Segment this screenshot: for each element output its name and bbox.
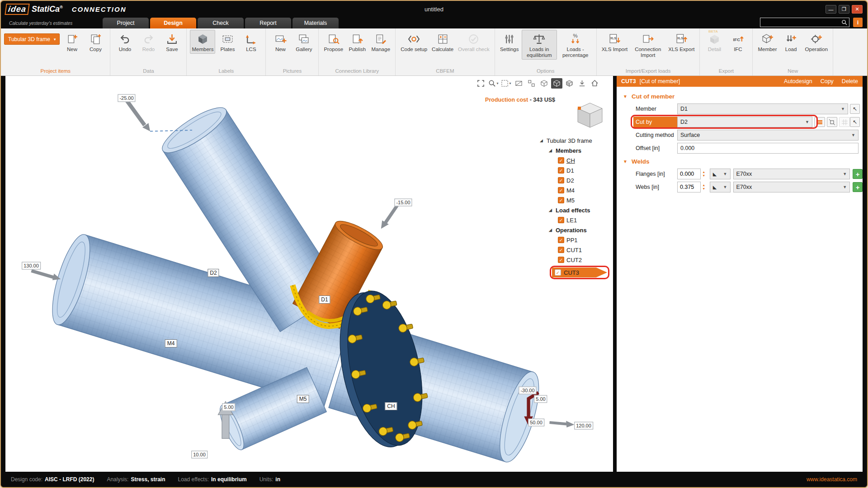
tab-check[interactable]: Check [198,18,244,28]
tree-group-operations[interactable]: ◢Operations [540,225,610,235]
checkbox-icon[interactable]: ✓ [558,167,564,174]
close-button[interactable]: ✕ [852,5,863,14]
ribbon-button-undo[interactable]: Undo [113,30,136,54]
copy-operation-button[interactable]: Copy [821,78,834,84]
cutting-method-select[interactable]: Surface▼ [677,130,859,141]
tree-item-cut1[interactable]: ✓CUT1 [540,245,610,255]
website-link[interactable]: www.ideastatica.com [807,476,857,483]
checkbox-icon[interactable]: ✓ [558,187,564,193]
tree-item-d2[interactable]: ✓D2 [540,175,610,185]
flanges-stepper[interactable]: ▲▼ [701,169,707,179]
ribbon-button-propose[interactable]: Propose [322,30,345,54]
ribbon-button-settings[interactable]: Settings [498,30,521,54]
expander-icon[interactable]: ◢ [549,148,553,153]
stepper-down-icon[interactable]: ▼ [701,174,707,178]
offset-input[interactable]: 0.000 [677,143,859,154]
supports-view-icon[interactable] [576,78,588,89]
ribbon-button-manage[interactable]: Manage [369,30,392,54]
tree-item-le1[interactable]: ✓LE1 [540,215,610,225]
tree-item-pp1[interactable]: ✓PP1 [540,235,610,245]
weld-edges-button[interactable] [814,117,825,127]
minimize-button[interactable]: — [826,5,836,14]
section-cut-of-member[interactable]: ▼ Cut of member [617,90,863,103]
fit-view-icon[interactable] [475,78,486,89]
cut-by-select[interactable]: D2▼ [677,117,812,127]
ribbon-button-overall-check[interactable]: Overall check [456,30,491,54]
ribbon-button-save[interactable]: Save [160,30,183,54]
web-weld-type-select[interactable]: ◣▼ [710,182,731,192]
solid-view-icon[interactable] [551,78,562,89]
tree-item-cut2[interactable]: ✓CUT2 [540,255,610,265]
tree-root[interactable]: ◢Tubular 3D frame [540,136,610,145]
expander-icon[interactable]: ◢ [549,208,553,212]
tab-project[interactable]: Project [103,18,149,28]
ribbon-button-new-member[interactable]: Member [756,30,778,54]
tree-item-ch[interactable]: ✓CH [540,155,610,165]
ribbon-button-lcs-labels[interactable]: LCS [240,30,262,54]
web-weld-material-select[interactable]: E70xx▼ [733,182,850,192]
ribbon-button-new-operation[interactable]: Operation [803,30,830,54]
ribbon-button-xls-import[interactable]: XLS XLS Import [600,30,630,54]
maximize-button[interactable]: ❐ [839,5,849,14]
webs-size-input[interactable]: 0.375 [677,182,701,192]
ribbon-button-publish[interactable]: Publish [346,30,368,54]
tree-item-m5[interactable]: ✓M5 [540,195,610,205]
ribbon-button-calculate[interactable]: Calculate [430,30,455,54]
home-view-icon[interactable] [589,78,600,89]
ribbon-button-new-load[interactable]: Load [780,30,802,54]
pick-cut-by-button[interactable]: ↖ [850,117,860,127]
ribbon-button-detail[interactable]: BETA Detail [703,30,726,54]
section-welds[interactable]: ▼ Welds [617,155,863,168]
checkbox-icon[interactable]: ✓ [555,269,561,276]
add-flange-weld-button[interactable]: + [853,169,863,179]
tree-item-m4[interactable]: ✓M4 [540,185,610,195]
wireframe-view-icon[interactable] [538,78,550,89]
select-mode-dropdown[interactable]: ▾ [500,78,512,89]
zoom-window-dropdown[interactable]: ▾ [488,78,499,89]
pick-member-button[interactable]: ↖ [850,104,860,114]
grid-button[interactable] [839,117,850,127]
viewport-3d-scene[interactable]: .shaft { fill:#c79f10; stroke:#7a5e06; s… [5,76,613,472]
search-input[interactable] [762,19,841,26]
ribbon-button-redo[interactable]: Redo [137,30,160,54]
ribbon-button-new-picture[interactable]: New [269,30,292,54]
member-select[interactable]: D1▼ [677,103,848,114]
ribbon-button-loads-percentage[interactable]: % Loads - percentage [558,30,593,60]
checkbox-icon[interactable]: ✓ [558,197,564,203]
tree-group-load-effects[interactable]: ◢Load effects [540,205,610,215]
ribbon-button-ifc[interactable]: IFC IFC [726,30,749,54]
view-cube[interactable] [574,101,606,131]
flanges-size-input[interactable]: 0.000 [677,169,701,179]
transparent-view-icon[interactable] [564,78,575,89]
webs-stepper[interactable]: ▲▼ [701,182,707,192]
checkbox-icon[interactable]: ✓ [558,257,564,263]
flange-weld-type-select[interactable]: ◣▼ [710,169,731,179]
flange-weld-material-select[interactable]: E70xx▼ [733,169,850,179]
stepper-down-icon[interactable]: ▼ [701,187,707,191]
tree-group-members[interactable]: ◢Members [540,145,610,155]
ribbon-button-loads-in-equilibrium[interactable]: Loads in equilibrium [522,30,557,60]
autodesign-button[interactable]: Autodesign [784,78,812,84]
ribbon-button-xls-export[interactable]: XLS XLS Export [666,30,696,54]
checkbox-icon[interactable]: ✓ [558,247,564,253]
stepper-up-icon[interactable]: ▲ [701,183,707,187]
section-collapse-icon[interactable]: ▼ [623,159,627,164]
clip-plane-icon[interactable] [513,78,524,89]
tab-materials[interactable]: Materials [292,18,339,28]
stepper-up-icon[interactable]: ▲ [701,170,707,174]
info-button[interactable]: i [853,18,863,27]
expander-icon[interactable]: ◢ [540,138,544,143]
checkbox-icon[interactable]: ✓ [558,217,564,223]
checkbox-icon[interactable]: ✓ [558,237,564,243]
expander-icon[interactable]: ◢ [549,228,553,232]
add-web-weld-button[interactable]: + [853,182,863,192]
checkbox-icon[interactable]: ✓ [558,177,564,183]
ribbon-button-copy-item[interactable]: Copy [84,30,107,54]
expand-selection-button[interactable] [827,117,838,127]
tree-item-cut3[interactable]: ✓ CUT3 [552,267,607,277]
delete-operation-button[interactable]: Delete [842,78,858,84]
ribbon-button-plates-labels[interactable]: Plates [216,30,239,54]
ribbon-button-members-labels[interactable]: Members [190,30,215,54]
exploded-view-icon[interactable] [526,78,537,89]
search-box[interactable] [760,18,849,27]
